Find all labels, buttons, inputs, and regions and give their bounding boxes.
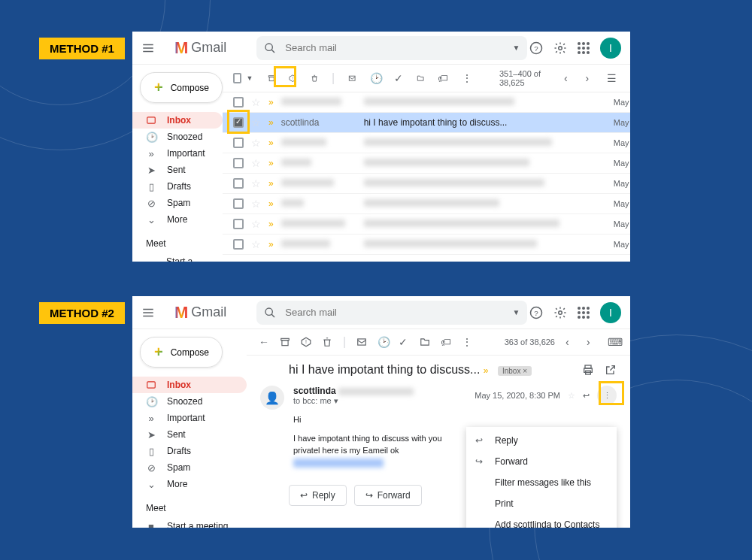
message-row[interactable]: ☆»May 15 xyxy=(223,92,630,113)
menu-icon[interactable] xyxy=(141,41,155,55)
row-checkbox[interactable] xyxy=(233,117,244,128)
move-to-icon[interactable] xyxy=(420,337,430,347)
prev-thread-icon[interactable]: ‹ xyxy=(566,336,576,348)
labels-icon[interactable]: 🏷 xyxy=(438,72,448,84)
compose-button[interactable]: +Compose xyxy=(140,337,223,368)
reply-button[interactable]: ↩Reply xyxy=(289,485,347,506)
search-bar[interactable]: ▼ xyxy=(256,301,527,325)
sidebar-item-important[interactable]: »Important xyxy=(132,145,223,162)
delete-icon[interactable] xyxy=(311,74,318,82)
sidebar-item-inbox[interactable]: Inbox xyxy=(132,377,247,393)
menu-item-forward[interactable]: ↪Forward xyxy=(466,451,617,472)
message-more-button[interactable]: ⋮ xyxy=(597,386,617,405)
select-dropdown-icon[interactable]: ▼ xyxy=(246,74,253,82)
apps-icon[interactable] xyxy=(578,307,590,319)
reply-arrow-icon: ↩ xyxy=(300,490,308,501)
settings-icon[interactable] xyxy=(553,306,567,319)
sidebar-item-sent[interactable]: ➤Sent xyxy=(132,426,247,443)
important-marker-icon[interactable]: » xyxy=(484,365,489,376)
message-subject: hi I have impotant thing to discuss... xyxy=(364,117,606,128)
sidebar-item-sent[interactable]: ➤Sent xyxy=(132,162,223,178)
sidebar: +Compose Inbox 🕑Snoozed »Important ➤Sent… xyxy=(132,329,247,528)
sidebar-item-spam[interactable]: ⊘Spam xyxy=(132,459,247,476)
search-options-icon[interactable]: ▼ xyxy=(512,308,520,316)
search-bar[interactable]: ▼ xyxy=(256,36,527,60)
sidebar-item-start-meeting[interactable]: ■Start a meeting xyxy=(132,253,223,262)
message-row[interactable]: ☆»May 15 xyxy=(223,153,630,174)
prev-page-icon[interactable]: ‹ xyxy=(564,72,572,84)
sidebar-item-drafts[interactable]: ▯Drafts xyxy=(132,443,247,459)
search-options-icon[interactable]: ▼ xyxy=(512,44,520,52)
sidebar-item-important[interactable]: »Important xyxy=(132,410,247,426)
snooze-icon[interactable]: 🕑 xyxy=(378,336,388,348)
sidebar-item-snoozed[interactable]: 🕑Snoozed xyxy=(132,393,247,410)
snooze-icon[interactable]: 🕑 xyxy=(370,72,381,84)
message-date: May 15 xyxy=(614,118,630,127)
thread-page-info: 363 of 38,626 xyxy=(505,338,555,347)
more-actions-icon[interactable]: ⋮ xyxy=(462,336,472,348)
search-input[interactable] xyxy=(285,42,512,53)
select-all-checkbox[interactable] xyxy=(233,73,241,83)
sidebar-item-more[interactable]: ⌄More xyxy=(132,211,223,228)
labels-icon[interactable]: 🏷 xyxy=(441,336,451,348)
message-row[interactable]: ☆»May 15 xyxy=(223,214,630,235)
report-spam-icon[interactable]: ! xyxy=(289,74,296,82)
svg-text:!: ! xyxy=(305,339,307,344)
more-actions-icon[interactable]: ⋮ xyxy=(462,72,472,84)
message-row[interactable]: ☆»May 15 xyxy=(223,194,630,214)
search-input[interactable] xyxy=(285,307,512,318)
mark-unread-icon[interactable] xyxy=(356,337,367,347)
sidebar-item-spam[interactable]: ⊘Spam xyxy=(132,195,223,211)
sidebar-item-drafts[interactable]: ▯Drafts xyxy=(132,178,223,195)
menu-item-filter[interactable]: Filter messages like this xyxy=(466,472,617,493)
star-icon[interactable]: ☆ xyxy=(251,117,261,129)
account-avatar[interactable]: I xyxy=(600,302,621,323)
account-avatar[interactable]: I xyxy=(600,38,621,59)
forward-button[interactable]: ↪Forward xyxy=(354,485,422,506)
archive-icon[interactable] xyxy=(268,74,275,82)
svg-point-4 xyxy=(559,46,562,50)
settings-icon[interactable] xyxy=(553,41,567,55)
print-icon[interactable] xyxy=(582,364,594,376)
message-row[interactable]: ☆»May 15 xyxy=(223,133,630,153)
menu-item-add-contact[interactable]: Add scottlinda to Contacts list xyxy=(466,514,617,528)
method-1-label: METHOD #1 xyxy=(39,38,125,59)
message-row-selected[interactable]: ☆» scottlinda hi I have impotant thing t… xyxy=(223,113,630,133)
next-page-icon[interactable]: › xyxy=(585,72,593,84)
reply-icon[interactable]: ↩ xyxy=(583,391,590,401)
star-icon[interactable]: ☆ xyxy=(568,391,575,401)
message-row[interactable]: ☆»May 15 xyxy=(223,235,630,255)
important-marker-icon[interactable]: » xyxy=(268,117,274,128)
add-task-icon[interactable]: ✓ xyxy=(394,72,403,84)
drafts-icon: ▯ xyxy=(146,446,156,456)
report-spam-icon[interactable]: ! xyxy=(301,337,311,347)
svg-line-12 xyxy=(271,314,274,317)
menu-icon[interactable] xyxy=(141,306,155,319)
svg-text:?: ? xyxy=(534,308,538,316)
move-to-icon[interactable] xyxy=(417,74,424,82)
keyboard-icon[interactable]: ⌨ xyxy=(608,336,618,348)
density-icon[interactable]: ☰ xyxy=(607,72,617,84)
menu-item-reply[interactable]: ↩Reply xyxy=(466,430,617,451)
message-row[interactable]: ☆»May 15 xyxy=(223,174,630,194)
gmail-logo: MGmail xyxy=(174,303,226,322)
next-thread-icon[interactable]: › xyxy=(587,336,597,348)
sidebar-item-more[interactable]: ⌄More xyxy=(132,476,247,492)
sidebar-item-start-meeting[interactable]: ■Start a meeting xyxy=(132,518,247,528)
apps-icon[interactable] xyxy=(578,42,590,54)
add-task-icon[interactable]: ✓ xyxy=(399,336,409,348)
inbox-label-badge[interactable]: Inbox × xyxy=(498,366,532,376)
sidebar-item-inbox[interactable]: Inbox xyxy=(132,112,223,129)
menu-item-print[interactable]: Print xyxy=(466,493,617,514)
help-icon[interactable]: ? xyxy=(529,41,543,55)
sidebar-item-snoozed[interactable]: 🕑Snoozed xyxy=(132,129,223,145)
help-icon[interactable]: ? xyxy=(529,306,543,319)
gmail-logo: MGmail xyxy=(174,38,226,58)
archive-icon[interactable] xyxy=(280,337,290,347)
delete-icon[interactable] xyxy=(322,337,332,347)
compose-button[interactable]: +Compose xyxy=(140,72,223,103)
mark-read-icon[interactable] xyxy=(348,74,356,82)
open-new-window-icon[interactable] xyxy=(605,364,617,376)
important-icon: » xyxy=(146,413,156,423)
back-icon[interactable]: ← xyxy=(259,336,269,348)
